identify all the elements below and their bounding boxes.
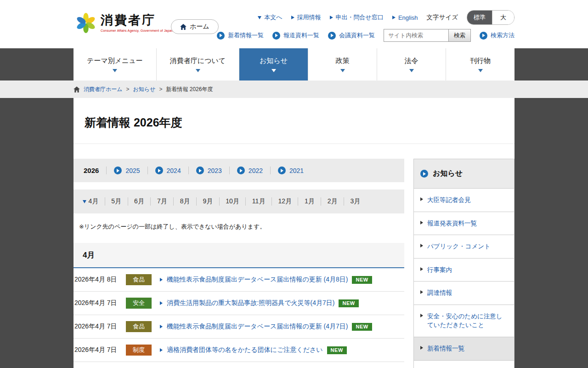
sidebar-item-public-comment[interactable]: パブリック・コメント xyxy=(414,235,514,258)
quick-links-row: 新着情報一覧 報道資料一覧 会議資料一覧 検索 検索方法 xyxy=(217,29,514,42)
chevron-down-icon xyxy=(113,69,117,72)
link-expiry-note: ※リンク先のページの一部は終了し、表示できない場合があります。 xyxy=(79,223,404,231)
utility-links: 本文へ 採用情報 申出・問合せ窓口 English 文字サイズ 標準 大 xyxy=(258,10,514,25)
sidebar-item-press-releases[interactable]: 報道発表資料一覧 xyxy=(414,212,514,235)
year-link-2023[interactable]: 2023 xyxy=(188,167,229,174)
month-section-header: 4月 xyxy=(74,243,404,268)
year-link-label: 2021 xyxy=(289,167,304,174)
news-link[interactable]: 機能性表示食品制度届出データベース届出情報の更新 (4月8日) xyxy=(160,276,348,284)
home-button[interactable]: ホーム xyxy=(171,19,219,34)
circle-arrow-icon xyxy=(237,167,245,174)
news-list: 2026年4月 8日 食品 機能性表示食品制度届出データベース届出情報の更新 (… xyxy=(74,268,404,368)
font-size-label: 文字サイズ xyxy=(427,13,458,22)
nav-item-notice[interactable]: お知らせ xyxy=(239,48,308,80)
sidebar-item-label: 調達情報 xyxy=(427,288,452,298)
font-size-standard-button[interactable]: 標準 xyxy=(467,11,492,24)
breadcrumb-home-link[interactable]: 消費者庁ホーム xyxy=(84,86,123,93)
circle-arrow-icon xyxy=(217,32,225,40)
sidebar-item-partial xyxy=(414,360,514,368)
sidebar-item-safety-notice[interactable]: 安全・安心のために注意していただきたいこと xyxy=(414,305,514,337)
year-link-2021[interactable]: 2021 xyxy=(270,167,311,174)
search-input[interactable] xyxy=(384,29,449,42)
quick-link-label: 会議資料一覧 xyxy=(339,31,375,40)
breadcrumb-section-link[interactable]: お知らせ xyxy=(133,86,156,93)
circle-arrow-icon xyxy=(196,167,204,174)
sidebar-item-news-list[interactable]: 新着情報一覧 xyxy=(414,337,514,360)
search-help-link[interactable]: 検索方法 xyxy=(480,31,514,40)
year-link-2025[interactable]: 2025 xyxy=(106,167,147,174)
util-link-contact[interactable]: 申出・問合せ窓口 xyxy=(330,13,384,22)
news-link[interactable]: 消費生活用製品の重大製品事故:照明器具で火災等(4月7日) xyxy=(160,299,334,307)
year-link-label: 2024 xyxy=(167,167,181,174)
month-item: 12月 xyxy=(271,197,298,206)
month-current-label: 4月 xyxy=(89,197,99,206)
nav-item-theme-menu[interactable]: テーマ別メニュー xyxy=(74,48,156,80)
chevron-down-icon xyxy=(83,200,86,203)
month-item: 11月 xyxy=(245,197,271,206)
font-size-large-button[interactable]: 大 xyxy=(492,11,514,24)
news-content-column: 2026 2025 2024 2023 2022 xyxy=(74,159,404,368)
month-item: 7月 xyxy=(150,197,173,206)
nav-item-label: テーマ別メニュー xyxy=(87,57,143,65)
quick-link-label: 新着情報一覧 xyxy=(228,31,264,40)
sidebar: お知らせ 大臣等記者会見 報道発表資料一覧 パブリック・コメント 行事案内 xyxy=(413,159,514,368)
nav-item-about[interactable]: 消費者庁について xyxy=(156,48,239,80)
nav-item-policy[interactable]: 政策 xyxy=(308,48,377,80)
circle-arrow-icon xyxy=(272,32,280,40)
category-badge: 食品 xyxy=(126,321,152,332)
year-link-label: 2025 xyxy=(125,167,140,174)
month-selector: 4月 5月 6月 7月 8月 9月 10月 11月 12月 1月 2月 3月 xyxy=(74,190,404,213)
month-item: 8月 xyxy=(173,197,196,206)
util-link-main-content[interactable]: 本文へ xyxy=(258,13,282,22)
year-link-2022[interactable]: 2022 xyxy=(229,167,270,174)
breadcrumb: 消費者庁ホーム > お知らせ > 新着情報 2026年度 xyxy=(74,80,514,98)
sidebar-title: お知らせ xyxy=(433,169,463,178)
sidebar-item-events[interactable]: 行事案内 xyxy=(414,258,514,282)
breadcrumb-current: 新着情報 2026年度 xyxy=(166,86,213,93)
circle-arrow-icon xyxy=(278,167,286,174)
news-link[interactable]: 適格消費者団体等の名をかたる団体にご注意ください xyxy=(160,346,323,354)
category-badge: 制度 xyxy=(126,345,152,356)
agency-name: 消費者庁 xyxy=(101,14,173,28)
site-header: 消費者庁 Consumer Affairs Agency, Government… xyxy=(0,0,588,48)
quick-link-news-list[interactable]: 新着情報一覧 xyxy=(217,31,264,40)
sidebar-item-label: 安全・安心のために注意していただきたいこと xyxy=(427,312,509,330)
news-row: 2026年4月 7日 安全 消費生活用製品の重大製品事故:照明器具で火災等(4月… xyxy=(74,292,404,315)
quick-link-meeting-materials[interactable]: 会議資料一覧 xyxy=(328,31,375,40)
nav-item-label: 刊行物 xyxy=(470,57,491,65)
sidebar-item-minister-press[interactable]: 大臣等記者会見 xyxy=(414,188,514,212)
nav-item-publications[interactable]: 刊行物 xyxy=(446,48,514,80)
quick-link-press-materials[interactable]: 報道資料一覧 xyxy=(272,31,319,40)
year-link-label: 2022 xyxy=(249,167,263,174)
search-button[interactable]: 検索 xyxy=(449,29,471,42)
arrow-right-icon xyxy=(420,244,423,247)
arrow-right-icon xyxy=(420,290,423,294)
sidebar-item-label: 報道発表資料一覧 xyxy=(427,219,477,228)
sidebar-item-label: 新着情報一覧 xyxy=(427,344,464,353)
site-search: 検索 xyxy=(384,29,471,42)
sidebar-item-procurement[interactable]: 調達情報 xyxy=(414,281,514,305)
arrow-right-icon xyxy=(420,221,423,224)
arrow-right-icon xyxy=(420,267,423,271)
circle-arrow-icon xyxy=(114,167,122,174)
util-link-english[interactable]: English xyxy=(392,14,418,21)
breadcrumb-separator: > xyxy=(159,86,162,92)
news-title: 機能性表示食品制度届出データベース届出情報の更新 (4月8日) xyxy=(167,276,348,284)
quick-link-label: 報道資料一覧 xyxy=(283,31,319,40)
news-link[interactable]: 機能性表示食品制度届出データベース届出情報の更新 (4月7日) xyxy=(160,322,348,331)
arrow-right-icon xyxy=(160,278,163,282)
chevron-down-icon xyxy=(478,69,483,72)
chevron-down-icon xyxy=(196,69,200,72)
agency-logo[interactable]: 消費者庁 Consumer Affairs Agency, Government… xyxy=(75,12,173,34)
month-item: 5月 xyxy=(105,197,128,206)
month-item: 10月 xyxy=(219,197,246,206)
month-current[interactable]: 4月 xyxy=(76,197,105,206)
chevron-down-icon xyxy=(340,69,345,72)
arrow-right-icon xyxy=(291,16,294,19)
news-date: 2026年4月 8日 xyxy=(74,276,126,284)
new-badge: NEW xyxy=(327,346,347,354)
util-link-recruit[interactable]: 採用情報 xyxy=(291,13,321,22)
year-link-2024[interactable]: 2024 xyxy=(147,167,188,174)
nav-item-law[interactable]: 法令 xyxy=(377,48,446,80)
util-link-label: 本文へ xyxy=(264,13,282,22)
